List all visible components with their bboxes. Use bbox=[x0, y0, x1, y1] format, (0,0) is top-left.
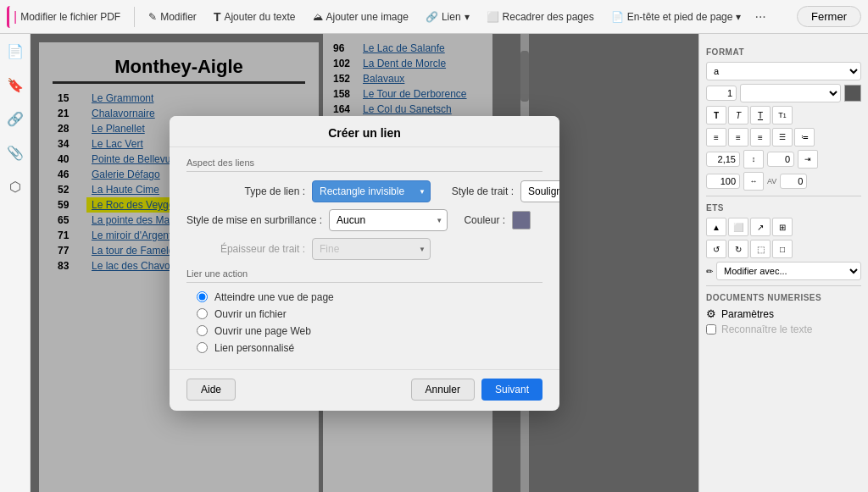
align-center-button[interactable]: ≡ bbox=[728, 128, 748, 146]
indent-input[interactable] bbox=[767, 152, 794, 167]
text-format-buttons: T T T T1 bbox=[706, 106, 861, 124]
spacing-row-1: ↕ ⇥ bbox=[706, 150, 861, 169]
panel-divider-1 bbox=[706, 196, 861, 196]
type-select-wrapper: Rectangle invisibleRectangle visible bbox=[312, 180, 431, 202]
radio-label-perso: Lien personnalisé bbox=[214, 342, 294, 354]
line-spacing-input[interactable] bbox=[706, 152, 740, 167]
sidebar-icon-page[interactable]: 📄 bbox=[5, 41, 25, 61]
radio-item-fichier: Ouvrir un fichier bbox=[197, 308, 542, 320]
radio-item-web: Ouvrir une page Web bbox=[197, 325, 542, 337]
bold-button[interactable]: T bbox=[706, 106, 726, 124]
type-label: Type de lien : bbox=[186, 185, 305, 197]
modify-icon: ✏ bbox=[706, 267, 713, 276]
obj-btn-3[interactable]: ↗ bbox=[750, 218, 771, 236]
sidebar-icon-attach[interactable]: 📎 bbox=[5, 142, 25, 163]
edit-pdf-icon: | bbox=[14, 9, 17, 25]
params-label[interactable]: Paramètres bbox=[721, 308, 774, 320]
style-trait-select[interactable]: SoulignéPointilléSolide bbox=[520, 180, 559, 202]
entete-arrow-icon: ▾ bbox=[736, 11, 741, 23]
toolbar-recadrer[interactable]: ⬜ Recadrer des pages bbox=[480, 8, 601, 26]
type-lien-select[interactable]: Rectangle invisibleRectangle visible bbox=[312, 180, 431, 202]
couleur-swatch[interactable] bbox=[512, 211, 531, 229]
font-select[interactable]: a bbox=[706, 62, 861, 80]
underline-button[interactable]: T bbox=[750, 106, 771, 124]
modal-overlay: Créer un lien Aspect des liens Type de l… bbox=[31, 34, 698, 492]
spacing-row-2: ↔ AV bbox=[706, 172, 861, 191]
modify-select[interactable]: Modifier avec... bbox=[716, 262, 861, 280]
radio-fichier[interactable] bbox=[197, 308, 208, 319]
list-button-2[interactable]: ≔ bbox=[794, 128, 815, 146]
small-text-button[interactable]: T1 bbox=[772, 106, 793, 124]
scale-btn[interactable]: ↔ bbox=[743, 172, 764, 191]
epaisseur-select-wrapper: Fine bbox=[312, 238, 431, 260]
object-tool-buttons: ▲ ⬜ ↗ ⊞ bbox=[706, 218, 861, 236]
toolbar-ajouter-image[interactable]: ⛰ Ajouter une image bbox=[306, 8, 415, 26]
recognize-checkbox[interactable] bbox=[706, 324, 716, 334]
crop-icon: ⬜ bbox=[487, 11, 499, 23]
object-tool-buttons-2: ↺ ↻ ⬚ □ bbox=[706, 240, 861, 258]
image-icon: ⛰ bbox=[313, 11, 323, 23]
obj-btn-2[interactable]: ⬜ bbox=[728, 218, 748, 236]
font-size-row bbox=[706, 84, 861, 102]
modal-action-section: Lier une action Atteindre une vue de pag… bbox=[186, 268, 542, 354]
kern-input[interactable] bbox=[780, 174, 807, 189]
sidebar-icon-bookmark[interactable]: 🔖 bbox=[5, 75, 25, 95]
radio-perso[interactable] bbox=[197, 342, 208, 353]
surbrillance-select[interactable]: AucunInverserContourEnfoncer bbox=[329, 209, 448, 231]
radio-label-web: Ouvrir une page Web bbox=[214, 325, 311, 337]
obj-btn-7[interactable]: ⬚ bbox=[750, 240, 771, 258]
suivant-button[interactable]: Suivant bbox=[481, 379, 542, 401]
radio-label-vue: Atteindre une vue de page bbox=[214, 291, 334, 303]
italic-button[interactable]: T bbox=[728, 106, 748, 124]
modal-row-epaisseur: Épaisseur de trait : Fine bbox=[186, 238, 542, 260]
aide-button[interactable]: Aide bbox=[186, 379, 236, 401]
epaisseur-select[interactable]: Fine bbox=[312, 238, 431, 260]
font-size-select[interactable] bbox=[740, 84, 841, 102]
pdf-area: Monthey-Aigle 15Le Grammont21Chalavornai… bbox=[31, 34, 698, 492]
sidebar-icon-layers[interactable]: ⬡ bbox=[5, 176, 25, 196]
objects-title: ETS bbox=[706, 203, 861, 213]
left-sidebar: 📄 🔖 🔗 📎 ⬡ bbox=[0, 34, 31, 492]
indent-btn[interactable]: ⇥ bbox=[798, 150, 818, 169]
trait-label: Style de trait : bbox=[437, 185, 514, 197]
link-icon: 🔗 bbox=[426, 11, 438, 23]
couleur-label: Couleur : bbox=[454, 214, 505, 226]
toolbar: | Modifier le fichier PDF ✎ Modifier T A… bbox=[0, 0, 868, 34]
modify-row: ✏ Modifier avec... bbox=[706, 262, 861, 280]
list-button-1[interactable]: ☰ bbox=[772, 128, 793, 146]
recognize-label: Reconnaître le texte bbox=[721, 323, 812, 335]
close-button[interactable]: Fermer bbox=[797, 6, 861, 27]
spacing-up-btn[interactable]: ↕ bbox=[743, 150, 764, 169]
toolbar-lien[interactable]: 🔗 Lien ▾ bbox=[419, 8, 476, 26]
sidebar-icon-link[interactable]: 🔗 bbox=[5, 108, 25, 129]
font-color-swatch[interactable] bbox=[844, 85, 861, 102]
creer-lien-modal: Créer un lien Aspect des liens Type de l… bbox=[170, 116, 559, 411]
surbrillance-label: Style de mise en surbrillance : bbox=[186, 214, 322, 226]
modal-body: Aspect des liens Type de lien : Rectangl… bbox=[170, 147, 559, 369]
main-layout: 📄 🔖 🔗 📎 ⬡ Monthey-Aigle 15Le Grammont21C… bbox=[0, 34, 868, 492]
epaisseur-label: Épaisseur de trait : bbox=[186, 243, 305, 255]
radio-web[interactable] bbox=[197, 325, 208, 336]
toolbar-more-btn[interactable]: ··· bbox=[754, 9, 765, 25]
modal-footer: Aide Annuler Suivant bbox=[170, 369, 559, 411]
modal-aspect-section: Aspect des liens bbox=[186, 158, 542, 172]
radio-item-vue: Atteindre une vue de page bbox=[197, 291, 542, 303]
trait-select-wrapper: SoulignéPointilléSolide bbox=[520, 180, 559, 202]
align-left-button[interactable]: ≡ bbox=[706, 128, 726, 146]
radio-label-fichier: Ouvrir un fichier bbox=[214, 308, 287, 320]
align-right-button[interactable]: ≡ bbox=[750, 128, 771, 146]
toolbar-ajouter-texte[interactable]: T Ajouter du texte bbox=[207, 7, 303, 27]
toolbar-entete[interactable]: 📄 En-tête et pied de page ▾ bbox=[604, 8, 748, 26]
scale-input[interactable] bbox=[706, 174, 740, 189]
obj-btn-6[interactable]: ↻ bbox=[728, 240, 748, 258]
obj-btn-4[interactable]: ⊞ bbox=[772, 218, 793, 236]
toolbar-modifier[interactable]: ✎ Modifier bbox=[142, 8, 203, 26]
obj-btn-8[interactable]: □ bbox=[772, 240, 793, 258]
font-size-input[interactable] bbox=[706, 86, 737, 101]
obj-btn-1[interactable]: ▲ bbox=[706, 218, 726, 236]
obj-btn-5[interactable]: ↺ bbox=[706, 240, 726, 258]
gear-icon: ⚙ bbox=[706, 307, 716, 320]
radio-item-perso: Lien personnalisé bbox=[197, 342, 542, 354]
annuler-button[interactable]: Annuler bbox=[411, 379, 475, 401]
radio-vue[interactable] bbox=[197, 291, 208, 302]
